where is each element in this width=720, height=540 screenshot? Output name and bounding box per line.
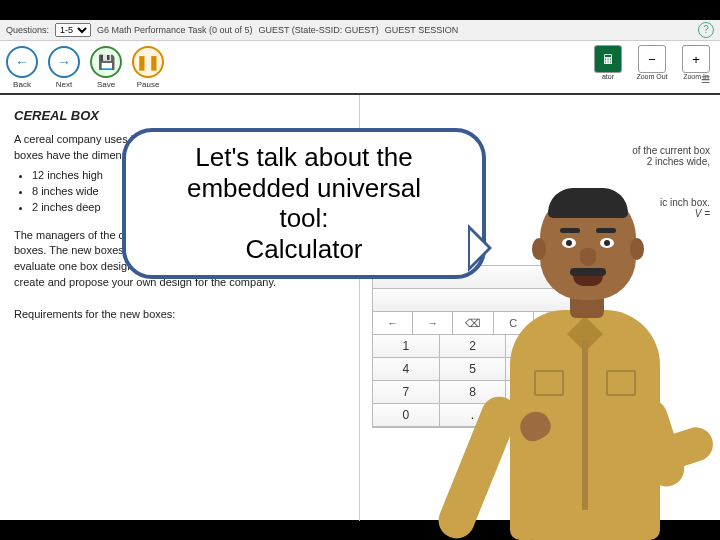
- bubble-line: Let's talk about the: [144, 142, 464, 173]
- toolbar: ←Back →Next 💾Save ❚❚Pause 🖩ator −Zoom Ou…: [0, 41, 720, 95]
- mouth: [573, 276, 603, 286]
- placket: [582, 340, 588, 510]
- save-button[interactable]: 💾Save: [88, 46, 124, 89]
- eyebrow: [560, 228, 580, 233]
- save-icon: 💾: [90, 46, 122, 78]
- eyebrow: [596, 228, 616, 233]
- calc-op-button[interactable]: →: [413, 312, 453, 334]
- back-arrow-icon: ←: [6, 46, 38, 78]
- back-button[interactable]: ←Back: [4, 46, 40, 89]
- menu-icon[interactable]: ≡: [701, 71, 710, 89]
- task-title: G6 Math Performance Task (0 out of 5): [97, 20, 252, 40]
- guest-id: GUEST (State-SSID: GUEST): [258, 20, 378, 40]
- pause-button[interactable]: ❚❚Pause: [130, 46, 166, 89]
- session-id: GUEST SESSION: [385, 20, 458, 40]
- ear: [532, 238, 546, 260]
- hair: [548, 188, 628, 218]
- calculator-icon: 🖩: [594, 45, 622, 73]
- zoom-out-icon: −: [638, 45, 666, 73]
- calc-key[interactable]: 7: [373, 381, 440, 404]
- help-icon[interactable]: ?: [698, 22, 714, 38]
- toolbar-right: 🖩ator −Zoom Out +Zoom In: [588, 45, 716, 80]
- header-bar: Questions: 1-5 G6 Math Performance Task …: [0, 20, 720, 41]
- zoom-in-button[interactable]: +Zoom In: [676, 45, 716, 80]
- calc-key[interactable]: 0: [373, 404, 440, 427]
- mustache: [570, 268, 606, 276]
- calc-key[interactable]: 1: [373, 335, 440, 358]
- speech-bubble: Let's talk about the embedded universal …: [122, 128, 486, 279]
- nose: [580, 248, 596, 266]
- passage-heading: CEREAL BOX: [14, 107, 345, 126]
- bubble-line: Calculator: [144, 234, 464, 265]
- pocket: [534, 370, 564, 396]
- calculator-button[interactable]: 🖩ator: [588, 45, 628, 80]
- zoom-in-icon: +: [682, 45, 710, 73]
- passage-p3: Requirements for the new boxes:: [14, 307, 345, 323]
- eye: [600, 238, 614, 248]
- head: [540, 190, 636, 300]
- pause-icon: ❚❚: [132, 46, 164, 78]
- ear: [630, 238, 644, 260]
- calc-key[interactable]: 4: [373, 358, 440, 381]
- zoom-out-button[interactable]: −Zoom Out: [632, 45, 672, 80]
- questions-label: Questions:: [6, 20, 49, 40]
- questions-select[interactable]: 1-5: [55, 23, 91, 37]
- bubble-line: embedded universal: [144, 173, 464, 204]
- next-arrow-icon: →: [48, 46, 80, 78]
- calc-op-button[interactable]: ←: [373, 312, 413, 334]
- eye: [562, 238, 576, 248]
- bubble-line: tool:: [144, 203, 464, 234]
- next-button[interactable]: →Next: [46, 46, 82, 89]
- pocket: [606, 370, 636, 396]
